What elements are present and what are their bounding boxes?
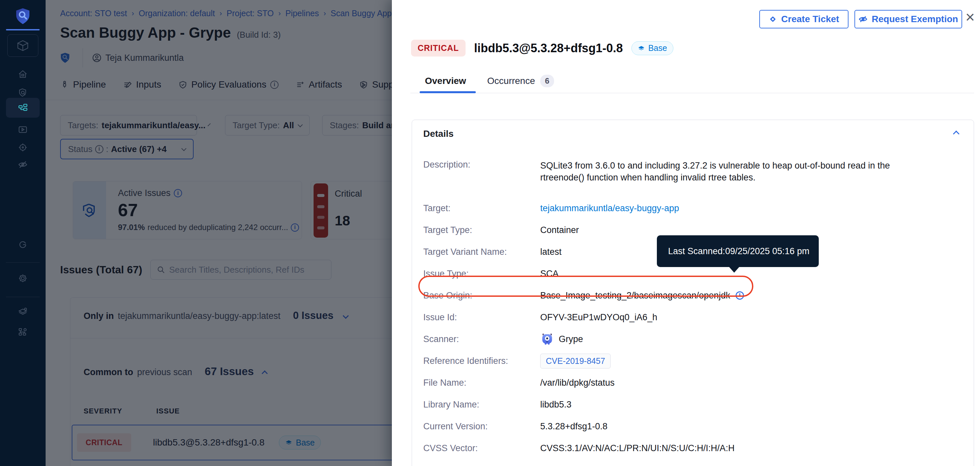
sidebar-item-exemptions[interactable]	[0, 155, 46, 174]
create-ticket-button[interactable]: Create Ticket	[759, 10, 848, 29]
sidebar-item-targets[interactable]	[0, 138, 46, 157]
pipeline-icon	[18, 103, 28, 113]
detail-row-library-name: Library Name: libdb5.3	[423, 394, 963, 415]
sidebar-item-home[interactable]	[0, 65, 46, 83]
sidebar-divider	[6, 262, 40, 263]
base-tag: Base	[632, 41, 673, 55]
module-selector[interactable]	[7, 34, 38, 57]
grype-scanner-icon	[540, 332, 554, 346]
layers-icon	[638, 45, 645, 52]
issue-title: libdb5.3@5.3.28+dfsg1-0.8	[474, 41, 623, 55]
app-root: Account: STO test› Organization: default…	[0, 0, 980, 466]
last-scanned-tooltip: Last Scanned:09/25/2025 05:16 pm	[657, 235, 819, 267]
target-icon	[18, 142, 28, 153]
sidebar-divider	[6, 297, 40, 297]
detail-row-cvss-vector: CVSS Vector: CVSS:3.1/AV:N/AC:L/PR:N/UI:…	[423, 437, 963, 459]
sidebar-item-default-settings[interactable]	[0, 303, 46, 321]
tabs-divider	[410, 93, 974, 93]
details-heading: Details	[423, 129, 453, 139]
detail-row-issue-id: Issue Id: OFYV-3EuP1wDYOq0_iA6_h	[423, 306, 963, 328]
cube-icon	[16, 39, 29, 52]
sidebar-item-getting-started[interactable]	[0, 235, 46, 254]
close-icon[interactable]: ×	[966, 7, 975, 27]
sidebar-item-org-settings[interactable]	[0, 323, 46, 341]
left-nav	[0, 0, 46, 466]
details-card: Details Description: SQLite3 from 3.6.0 …	[412, 120, 974, 466]
sidebar-item-executions[interactable]	[0, 120, 46, 139]
detail-row-current-version: Current Version: 5.3.28+dfsg1-0.8	[423, 415, 963, 437]
eye-off-icon	[858, 14, 868, 24]
occurrence-count-badge: 6	[540, 75, 554, 87]
target-link[interactable]: tejakummarikuntla/easy-buggy-app	[540, 203, 679, 213]
active-tab-underline	[420, 91, 476, 93]
severity-badge: CRITICAL	[411, 40, 466, 57]
last-scanned-clock-icon[interactable]	[735, 291, 745, 301]
cve-link[interactable]: CVE-2019-8457	[540, 354, 611, 369]
sidebar-item-settings[interactable]	[0, 269, 46, 288]
layers-gear-icon	[18, 307, 28, 317]
home-icon	[18, 69, 28, 79]
eye-off-icon	[18, 160, 28, 170]
executions-icon	[18, 125, 28, 135]
collapse-chevron-icon[interactable]	[953, 130, 959, 137]
tab-occurrence[interactable]: Occurrence 6	[487, 75, 554, 87]
detail-row-cvss-version: CVSS Version: CVSS v3	[423, 459, 963, 466]
sto-logo-icon[interactable]	[15, 8, 30, 24]
issue-details-drawer: Create Ticket Request Exemption × CRITIC…	[392, 0, 980, 466]
detail-row-reference-identifiers: Reference Identifiers: CVE-2019-8457	[423, 350, 963, 372]
getting-started-icon	[18, 240, 28, 250]
tab-overview[interactable]: Overview	[425, 76, 466, 86]
detail-row-base-origin: Base Origin: Base_Image_testing_2/baseim…	[423, 285, 963, 306]
detail-row-file-name: File Name: /var/lib/dpkg/status	[423, 372, 963, 394]
detail-row-target: Target: tejakummarikuntla/easy-buggy-app	[423, 197, 963, 219]
ticket-diamond-icon	[768, 15, 777, 24]
sidebar-item-pipelines[interactable]	[6, 98, 40, 118]
hierarchy-gear-icon	[18, 327, 28, 337]
request-exemption-button[interactable]: Request Exemption	[854, 10, 962, 29]
gear-icon	[18, 273, 28, 283]
module-active-line	[6, 29, 40, 30]
modal-backdrop[interactable]	[46, 0, 392, 466]
detail-row-scanner: Scanner: Grype	[423, 328, 963, 350]
shield-search-icon	[18, 87, 28, 97]
detail-row-description: Description: SQLite3 from 3.6.0 to and i…	[423, 156, 963, 197]
